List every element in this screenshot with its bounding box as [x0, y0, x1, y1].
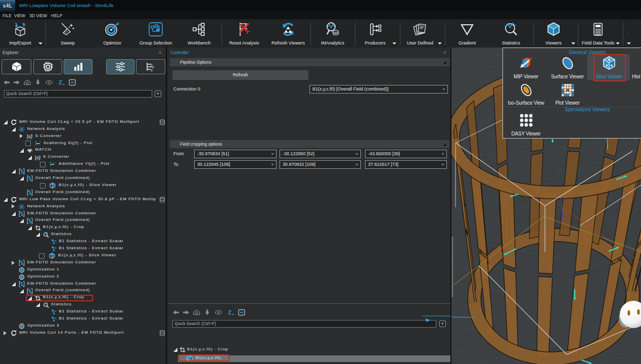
svg-text:Z: Z: [59, 79, 62, 85]
svg-text:c: c: [151, 68, 153, 72]
svg-text:Z: Z: [228, 309, 232, 315]
